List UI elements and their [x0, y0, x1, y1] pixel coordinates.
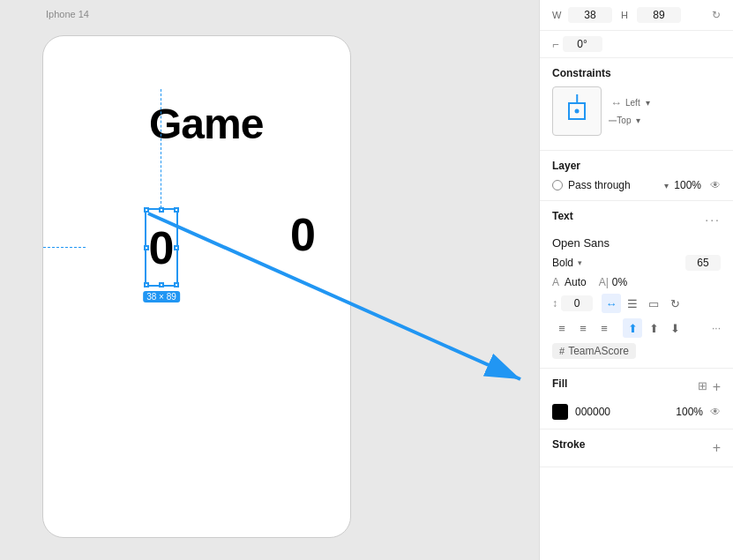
layer-title: Layer	[552, 160, 721, 172]
h-align-right-btn[interactable]: ≡	[595, 318, 614, 338]
vertical-align-group: ⬆ ⬆ ⬇	[623, 318, 684, 338]
layer-blend-icon	[552, 180, 563, 190]
layer-section: Layer Pass through ▾ 100% 👁	[540, 151, 733, 201]
width-label: W	[552, 10, 565, 20]
font-style-dropdown[interactable]: ▾	[578, 258, 582, 267]
resize-handle-tl[interactable]	[144, 207, 149, 213]
text-title: Text	[552, 210, 573, 222]
v-align-mid-btn[interactable]: ⬆	[644, 318, 663, 338]
constraint-inner-box	[568, 102, 586, 120]
constraints-section: Constraints ↔ Left ▾ I Top ▾	[540, 58, 733, 151]
width-input[interactable]	[568, 7, 612, 23]
constraint-options: ↔ Left ▾ I Top ▾	[610, 96, 650, 127]
opacity-value: 100%	[674, 179, 701, 191]
rotation-group: ↻	[712, 9, 721, 21]
score-right-value: 0	[290, 208, 316, 261]
leading-icon: ↕	[552, 297, 557, 310]
constraint-left-dropdown[interactable]: ▾	[646, 98, 650, 108]
fill-color-swatch[interactable]	[552, 404, 568, 420]
font-size-input[interactable]	[685, 255, 721, 271]
tag-value: TeamAScore	[568, 345, 629, 357]
height-input[interactable]	[637, 7, 681, 23]
fill-title: Fill	[552, 377, 567, 390]
device-label: Iphone 14	[46, 9, 89, 19]
text-section-header: Text ···	[552, 210, 721, 229]
auto-label: Auto	[565, 276, 587, 288]
constraint-top-dropdown[interactable]: ▾	[636, 116, 640, 125]
horizontal-align-group: ≡ ≡ ≡	[552, 318, 614, 338]
properties-panel: W H ↻ ⌐ Constraints ↔ Left ▾	[539, 0, 733, 560]
constraint-diagram	[552, 86, 602, 136]
align-right-btn[interactable]: ▭	[644, 294, 663, 313]
resize-handle-br[interactable]	[174, 282, 179, 287]
device-frame: Game 0 38 × 89 0	[42, 35, 351, 538]
resize-handle-tm[interactable]	[159, 207, 164, 213]
constraints-title: Constraints	[552, 67, 721, 79]
stroke-title: Stroke	[552, 438, 585, 451]
dimensions-row: W H ↻	[540, 0, 733, 31]
rotation-icon: ↻	[712, 9, 721, 21]
visibility-icon[interactable]: 👁	[710, 179, 721, 191]
constraint-left[interactable]: ↔ Left ▾	[610, 96, 650, 109]
angle-icon: ⌐	[552, 38, 559, 51]
blend-mode-label: Pass through	[568, 179, 659, 191]
leading-input[interactable]	[561, 295, 593, 311]
stroke-section-header: Stroke +	[552, 438, 721, 458]
resize-handle-ml[interactable]	[144, 245, 149, 250]
h-align-center-btn[interactable]: ≡	[573, 318, 593, 338]
width-group: W	[552, 7, 612, 23]
angle-row: ⌐	[540, 31, 733, 58]
vertical-align-row: ≡ ≡ ≡ ⬆ ⬆ ⬇ ···	[552, 318, 721, 338]
fill-section-header: Fill ⊞ +	[552, 377, 721, 397]
tag-icon: #	[559, 346, 565, 356]
score-left-value: 0	[149, 221, 175, 274]
resize-handle-tr[interactable]	[174, 207, 179, 213]
h-align-left-btn[interactable]: ≡	[552, 318, 572, 338]
align-justify-btn[interactable]: ↻	[665, 294, 684, 313]
tracking-value: 0%	[612, 276, 627, 288]
fill-grid-icon[interactable]: ⊞	[698, 379, 707, 395]
fill-add-icon[interactable]: +	[713, 379, 721, 395]
constraint-top-label: Top	[617, 116, 631, 125]
constraint-left-label: Left	[625, 98, 640, 108]
tracking-icon: A|	[599, 276, 609, 288]
auto-icon: A	[552, 276, 559, 288]
align-left-btn[interactable]: ↔	[602, 294, 621, 313]
angle-input[interactable]	[563, 36, 602, 52]
v-align-bot-btn[interactable]: ⬇	[665, 318, 684, 338]
font-name: Open Sans	[552, 236, 721, 250]
fill-visibility-icon[interactable]: 👁	[710, 406, 721, 418]
canvas-area: Iphone 14 Game 0 38 × 89 0	[0, 0, 539, 560]
stroke-section: Stroke +	[540, 429, 733, 467]
auto-tracking-row: A Auto A| 0%	[552, 276, 721, 288]
fill-row: 000000 100% 👁	[552, 404, 721, 420]
alignment-line-vertical	[161, 89, 161, 208]
tag-label: # TeamAScore	[552, 343, 636, 359]
resize-handle-mr[interactable]	[174, 245, 179, 250]
stroke-add-icon[interactable]: +	[713, 440, 721, 456]
fill-section: Fill ⊞ + 000000 100% 👁	[540, 369, 733, 429]
align-center-btn[interactable]: ☰	[623, 294, 642, 313]
game-title: Game	[149, 100, 263, 148]
blend-mode-dropdown[interactable]: ▾	[664, 181, 669, 190]
height-label: H	[621, 10, 633, 20]
size-badge: 38 × 89	[143, 291, 180, 302]
selected-score-element[interactable]: 0 38 × 89	[145, 208, 178, 287]
constraint-top[interactable]: I Top ▾	[610, 115, 650, 127]
font-style-selector[interactable]: Bold ▾	[552, 257, 582, 269]
alignment-line-horizontal	[43, 247, 86, 248]
constraints-box: ↔ Left ▾ I Top ▾	[552, 86, 721, 136]
font-style-row: Bold ▾	[552, 255, 721, 271]
font-style-value: Bold	[552, 257, 573, 269]
text-section: Text ··· Open Sans Bold ▾ A Auto A| 0% ↕…	[540, 201, 733, 369]
leading-row: ↕ ↔ ☰ ▭ ↻	[552, 294, 721, 313]
fill-opacity-value: 100%	[676, 406, 703, 418]
more-options-icon[interactable]: ···	[712, 322, 721, 334]
fill-actions: ⊞ +	[698, 379, 721, 395]
resize-handle-bl[interactable]	[144, 282, 149, 287]
text-align-group: ↔ ☰ ▭ ↻	[602, 294, 684, 313]
text-options-icon[interactable]: ···	[705, 213, 721, 227]
resize-handle-bm[interactable]	[159, 282, 164, 287]
layer-row: Pass through ▾ 100% 👁	[552, 179, 721, 191]
v-align-top-btn[interactable]: ⬆	[623, 318, 642, 338]
